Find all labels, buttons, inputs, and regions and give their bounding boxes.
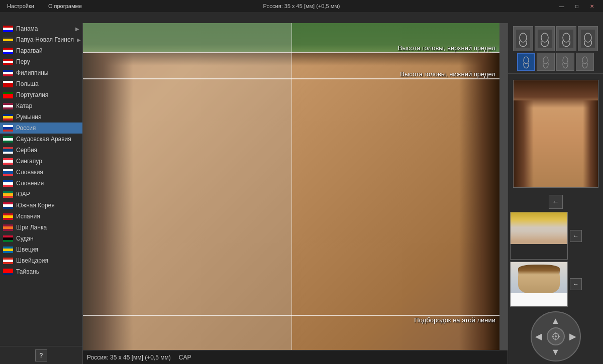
about-menu-item[interactable]: О программе — [45, 2, 85, 10]
nav-left-button[interactable]: ◀ — [534, 331, 544, 341]
nav-left-icon: ◀ — [535, 331, 542, 342]
flag-pt — [3, 92, 13, 98]
flag-tw — [3, 269, 13, 275]
sample-2-controls: ← — [570, 278, 582, 290]
status-text: Россия: 35 x 45 [мм] (+0,5 мм) — [87, 354, 171, 361]
maximize-button[interactable]: □ — [570, 2, 584, 11]
minimize-button[interactable]: — — [555, 2, 569, 11]
country-name-pa: Панама — [16, 25, 38, 32]
photo-area: Высота головы, верхний предел Высота гол… — [83, 23, 499, 350]
country-item-ro[interactable]: Румыния — [0, 111, 82, 123]
nav-down-button[interactable]: ▼ — [551, 347, 561, 357]
country-item-za[interactable]: ЮАР — [0, 189, 82, 200]
country-item-lk[interactable]: Шри Ланка — [0, 222, 82, 233]
country-list[interactable]: Панама▶Папуа-Новая Гвинея▶ПарагвайПеруФи… — [0, 23, 82, 346]
arrow-left-container-1: ← — [508, 194, 603, 210]
country-item-se[interactable]: Швеция — [0, 244, 82, 255]
country-item-pl[interactable]: Польша — [0, 78, 82, 89]
country-item-ru[interactable]: Россия — [0, 123, 82, 134]
sample-photo-man[interactable] — [510, 262, 568, 307]
main-layout: Панама▶Папуа-Новая Гвинея▶ПарагвайПеруФи… — [0, 23, 603, 364]
large-preview[interactable] — [513, 80, 598, 188]
country-item-ph[interactable]: Филиппины — [0, 67, 82, 78]
nav-center-button[interactable] — [547, 327, 565, 345]
country-item-sa[interactable]: Саудовская Аравия — [0, 134, 82, 145]
template-thumb-4[interactable] — [578, 26, 598, 51]
nav-center-icon — [551, 331, 561, 341]
country-item-py[interactable]: Парагвай — [0, 45, 82, 56]
template-thumb-3[interactable] — [556, 26, 576, 51]
country-name-py: Парагвай — [16, 47, 43, 54]
country-item-es[interactable]: Испания — [0, 211, 82, 222]
country-name-qa: Катар — [16, 102, 32, 109]
flag-lk — [3, 224, 13, 231]
country-name-sg: Сингапур — [16, 158, 42, 165]
left-half-overlay — [83, 23, 291, 350]
template-thumb-5[interactable] — [517, 53, 535, 71]
country-item-ch[interactable]: Швейцария — [0, 255, 82, 266]
template-thumb-7[interactable] — [556, 53, 574, 71]
sample-row-2: ← — [510, 262, 601, 307]
arrow-left-button-1[interactable]: ← — [549, 195, 563, 209]
country-arrow-pa: ▶ — [75, 26, 79, 32]
cap-label: CAP — [179, 354, 191, 361]
close-button[interactable]: ✕ — [585, 2, 599, 11]
template-row-2 — [510, 53, 601, 71]
titlebar-title: Россия: 35 x 45 [мм] (+0,5 мм) — [263, 3, 340, 9]
country-item-rs[interactable]: Сербия — [0, 145, 82, 156]
svg-point-9 — [543, 57, 548, 64]
center-panel: Высота головы, верхний предел Высота гол… — [83, 23, 508, 364]
flag-ph — [3, 70, 13, 76]
country-name-ro: Румыния — [16, 113, 42, 120]
left-bottom-bar: ? — [0, 346, 82, 364]
template-grid — [508, 23, 603, 74]
country-item-pa[interactable]: Панама▶ — [0, 23, 82, 34]
country-item-sk[interactable]: Словакия — [0, 167, 82, 178]
status-bar: Россия: 35 x 45 [мм] (+0,5 мм) CAP — [83, 350, 508, 364]
help-button[interactable]: ? — [35, 349, 47, 361]
country-item-si[interactable]: Словения — [0, 178, 82, 189]
flag-pe — [3, 59, 13, 65]
country-name-si: Словения — [16, 180, 44, 187]
country-name-ru: Россия — [16, 125, 36, 132]
country-item-tw[interactable]: Тайвань — [0, 266, 82, 277]
arrow-select-sample-1[interactable]: ← — [570, 230, 582, 242]
country-name-pg: Папуа-Новая Гвинея — [16, 36, 74, 43]
flag-kr — [3, 202, 13, 209]
svg-point-13 — [555, 335, 557, 337]
nav-up-icon: ▲ — [551, 316, 560, 326]
country-item-sd[interactable]: Судан — [0, 233, 82, 244]
country-item-pe[interactable]: Перу — [0, 56, 82, 67]
svg-rect-6 — [581, 30, 595, 48]
flag-ru — [3, 125, 13, 132]
template-thumb-6[interactable] — [537, 53, 555, 71]
samples-section: ← ← — [508, 210, 603, 309]
flag-es — [3, 213, 13, 220]
country-item-kr[interactable]: Южная Корея — [0, 200, 82, 211]
settings-menu-item[interactable]: Настройки — [4, 2, 37, 10]
large-preview-container — [513, 77, 598, 191]
template-thumb-8[interactable] — [576, 53, 594, 71]
svg-rect-4 — [559, 30, 573, 48]
sample-photo-blonde[interactable] — [510, 212, 568, 260]
svg-rect-0 — [516, 30, 530, 48]
country-item-qa[interactable]: Катар — [0, 100, 82, 111]
sample-row-1: ← — [510, 212, 601, 260]
template-thumb-2[interactable] — [535, 26, 555, 51]
country-name-es: Испания — [16, 213, 40, 220]
country-name-sd: Судан — [16, 235, 34, 242]
country-arrow-pg: ▶ — [77, 37, 81, 43]
country-name-kr: Южная Корея — [16, 202, 55, 209]
arrow-select-sample-2[interactable]: ← — [570, 278, 582, 290]
nav-down-icon: ▼ — [551, 347, 560, 357]
nav-up-button[interactable]: ▲ — [551, 316, 561, 326]
country-item-pg[interactable]: Папуа-Новая Гвинея▶ — [0, 34, 82, 45]
flag-sa — [3, 136, 13, 143]
photo-container: Высота головы, верхний предел Высота гол… — [83, 23, 508, 350]
nav-right-button[interactable]: ▶ — [568, 331, 578, 341]
template-thumb-1[interactable] — [513, 26, 533, 51]
country-item-pt[interactable]: Португалия — [0, 89, 82, 100]
country-item-sg[interactable]: Сингапур — [0, 156, 82, 167]
guide-label-mid: Высота головы, нижний предел — [400, 70, 495, 78]
svg-point-10 — [563, 57, 568, 64]
